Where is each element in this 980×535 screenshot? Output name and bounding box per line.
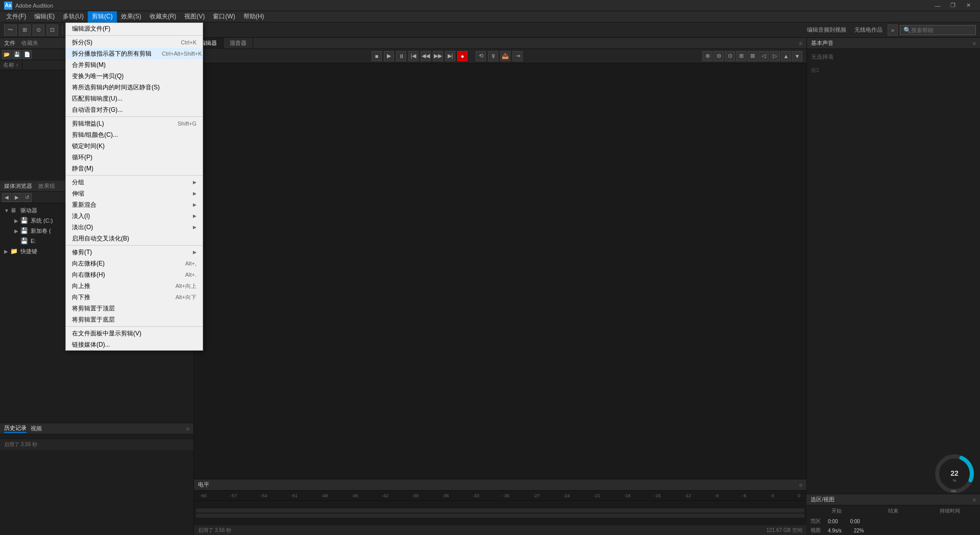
menu-match-loudness[interactable]: 匹配剪辑响度(U)...: [66, 93, 203, 104]
drop-sep-1: [66, 35, 203, 36]
menu-nudge-down[interactable]: 向下推 Alt+向下: [66, 291, 203, 303]
menu-show-in-panel[interactable]: 在文件面板中显示剪辑(V): [66, 328, 203, 339]
drop-sep-2: [66, 116, 203, 117]
drop-sep-5: [66, 326, 203, 327]
menu-nudge-left[interactable]: 向左微移(E) Alt+,: [66, 258, 203, 269]
menu-stretch[interactable]: 伸缩: [66, 188, 203, 199]
menu-link-media[interactable]: 链接媒体(D)...: [66, 339, 203, 350]
menu-move-top[interactable]: 将剪辑置于顶层: [66, 303, 203, 314]
drop-sep-3: [66, 175, 203, 176]
menu-nudge-up[interactable]: 向上推 Alt+向上: [66, 280, 203, 291]
menu-convert-unique[interactable]: 变换为唯一拷贝(Q): [66, 70, 203, 82]
menu-clip-color[interactable]: 剪辑/组颜色(C)...: [66, 129, 203, 140]
menu-split[interactable]: 拆分(S) Ctrl+K: [66, 37, 203, 48]
menu-split-display[interactable]: 拆分播放指示器下的所有剪辑 Ctrl+Alt+Shift+K: [66, 48, 203, 59]
menu-edit-source[interactable]: 编辑源文件(F): [66, 23, 203, 34]
menu-mute-selection[interactable]: 将所选剪辑内的时间选区静音(S): [66, 82, 203, 93]
menu-auto-speech[interactable]: 自动语音对齐(G)...: [66, 104, 203, 115]
drop-sep-4: [66, 245, 203, 246]
menu-auto-crossfade[interactable]: 启用自动交叉淡化(B): [66, 233, 203, 244]
dropdown-overlay[interactable]: 编辑源文件(F) 拆分(S) Ctrl+K 拆分播放指示器下的所有剪辑 Ctrl…: [0, 0, 980, 535]
menu-group[interactable]: 分组: [66, 177, 203, 188]
menu-clip-gain[interactable]: 剪辑增益(L) Shift+G: [66, 118, 203, 129]
menu-mute[interactable]: 静音(M): [66, 163, 203, 174]
menu-fade-out[interactable]: 淡出(O): [66, 222, 203, 233]
menu-lock-time[interactable]: 锁定时间(K): [66, 140, 203, 152]
menu-nudge-right[interactable]: 向右微移(H) Alt+.: [66, 269, 203, 280]
menu-loop[interactable]: 循环(P): [66, 152, 203, 163]
menu-trim[interactable]: 修剪(T): [66, 247, 203, 258]
menu-fade-in[interactable]: 淡入(I): [66, 210, 203, 222]
menu-remix[interactable]: 重新混合: [66, 199, 203, 210]
menu-merge[interactable]: 合并剪辑(M): [66, 59, 203, 70]
clip-dropdown-menu: 编辑源文件(F) 拆分(S) Ctrl+K 拆分播放指示器下的所有剪辑 Ctrl…: [65, 22, 203, 351]
menu-move-bottom[interactable]: 将剪辑置于底层: [66, 314, 203, 325]
